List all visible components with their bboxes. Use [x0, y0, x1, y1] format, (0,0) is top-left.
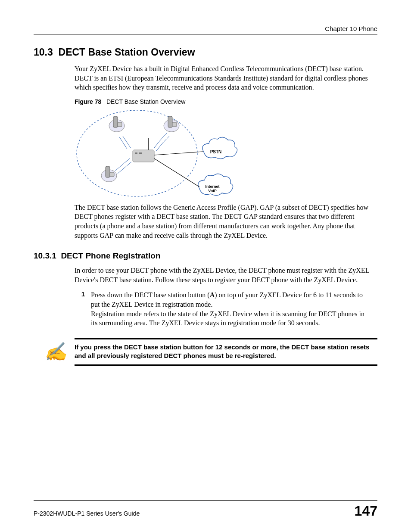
svg-rect-2 — [135, 152, 137, 154]
internet-line — [154, 159, 199, 187]
dect-phone-icon — [101, 166, 117, 182]
footer-guide: P-2302HWUDL-P1 Series User's Guide — [34, 510, 140, 517]
footer-page-number: 147 — [355, 503, 377, 519]
svg-rect-0 — [133, 150, 154, 162]
step-list: 1 Press down the DECT base station butto… — [75, 290, 377, 327]
svg-rect-8 — [168, 116, 172, 128]
chapter-header: Chapter 10 Phone — [34, 25, 377, 34]
step-content: Press down the DECT base station button … — [91, 290, 364, 327]
figure-caption: Figure 78 DECT Base Station Overview — [75, 98, 377, 105]
dect-diagram-svg: PSTN Internet VoIP — [75, 107, 243, 199]
dect-phone-icon — [109, 116, 125, 132]
section-number: 10.3 — [34, 47, 53, 58]
figure-label: Figure 78 — [75, 98, 101, 105]
svg-rect-6 — [118, 122, 122, 127]
section-heading: 10.3 DECT Base Station Overview — [34, 47, 377, 58]
svg-rect-11 — [106, 166, 110, 177]
dect-phone-icon — [164, 116, 179, 132]
note-text: If you press the DECT base station butto… — [75, 343, 377, 361]
figure-caption-text: DECT Base Station Overview — [106, 98, 185, 105]
pstn-line — [154, 152, 203, 155]
pstn-cloud-icon: PSTN — [202, 137, 237, 159]
svg-rect-3 — [139, 152, 142, 154]
svg-rect-5 — [113, 116, 118, 128]
figure-diagram: PSTN Internet VoIP — [75, 107, 243, 199]
subsection-intro: In order to use your DECT phone with the… — [75, 266, 377, 284]
section-intro: Your ZyXEL Device has a built in Digital… — [75, 64, 377, 92]
base-station-icon — [133, 138, 154, 162]
subsection-heading: 10.3.1 DECT Phone Registration — [34, 251, 377, 261]
subsection-number: 10.3.1 — [34, 251, 56, 260]
note-block: ✍ If you press the DECT base station but… — [75, 338, 377, 366]
step-text-c: Registration mode refers to the state of… — [91, 310, 364, 327]
internet-label: Internet — [205, 184, 219, 189]
step-number: 1 — [75, 290, 85, 298]
page-footer: P-2302HWUDL-P1 Series User's Guide 147 — [34, 500, 377, 519]
subsection-title: DECT Phone Registration — [61, 251, 160, 260]
chapter-text: Chapter 10 Phone — [325, 25, 377, 32]
note-icon: ✍ — [44, 341, 67, 362]
after-figure-paragraph: The DECT base station follows the Generi… — [75, 203, 377, 240]
internet-voip-cloud-icon: Internet VoIP — [198, 174, 233, 195]
step-text-bold: A — [210, 291, 215, 299]
svg-rect-9 — [172, 122, 177, 127]
pstn-label: PSTN — [210, 149, 222, 154]
step-text-a: Press down the DECT base station button … — [91, 291, 210, 299]
voip-label: VoIP — [208, 189, 216, 193]
section-title: DECT Base Station Overview — [59, 47, 195, 58]
svg-rect-12 — [110, 172, 114, 177]
